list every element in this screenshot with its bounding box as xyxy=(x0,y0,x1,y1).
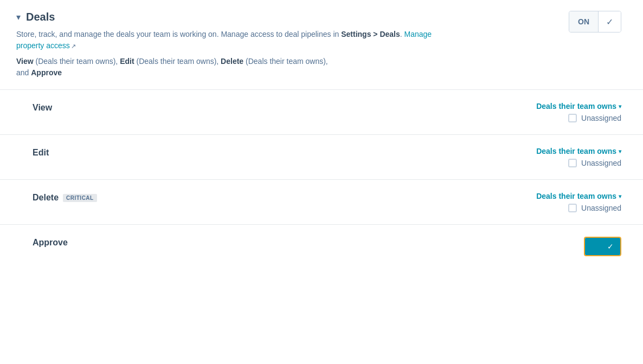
edit-dropdown-text: Deals their team owns xyxy=(536,147,616,155)
delete-dropdown-arrow-icon: ▾ xyxy=(619,193,621,199)
approve-toggle-on-area xyxy=(585,238,601,255)
view-dropdown-arrow-icon: ▾ xyxy=(619,103,621,109)
view-unassigned-checkbox[interactable] xyxy=(568,114,577,122)
approve-toggle-checkmark-icon: ✓ xyxy=(601,238,620,255)
critical-badge: CRITICAL xyxy=(63,194,97,202)
edit-unassigned-checkbox[interactable] xyxy=(568,159,577,167)
edit-dropdown-arrow-icon: ▾ xyxy=(619,148,621,154)
view-paren: (Deals their team owns), xyxy=(34,57,120,66)
chevron-down-icon[interactable]: ▾ xyxy=(16,12,21,22)
edit-unassigned-row: Unassigned xyxy=(568,159,621,167)
on-toggle-button[interactable]: ON ✓ xyxy=(569,11,621,32)
edit-perm-link[interactable]: Edit xyxy=(120,57,134,66)
permissions-summary: View (Deals their team owns), Edit (Deal… xyxy=(16,56,569,79)
delete-unassigned-checkbox[interactable] xyxy=(568,204,577,212)
external-link-icon: ↗ xyxy=(71,43,76,49)
header-left: ▾ Deals Store, track, and manage the dea… xyxy=(16,11,569,79)
delete-permission-row: Delete CRITICAL Deals their team owns ▾ … xyxy=(0,180,643,225)
edit-controls: Deals their team owns ▾ Unassigned xyxy=(513,147,621,167)
description-text: Store, track, and manage the deals your … xyxy=(16,29,461,51)
edit-label: Edit xyxy=(33,147,49,158)
delete-controls: Deals their team owns ▾ Unassigned xyxy=(513,192,621,212)
edit-unassigned-label: Unassigned xyxy=(581,159,621,167)
approve-label: Approve xyxy=(33,237,68,248)
edit-dropdown[interactable]: Deals their team owns ▾ xyxy=(536,147,621,155)
delete-paren: (Deals their team owns), xyxy=(243,57,328,66)
section-title: Deals xyxy=(26,11,55,23)
description-part1: Store, track, and manage the deals your … xyxy=(16,30,341,38)
view-dropdown[interactable]: Deals their team owns ▾ xyxy=(536,102,621,110)
toggle-on-label: ON xyxy=(569,11,599,32)
view-permission-row: View Deals their team owns ▾ Unassigned xyxy=(0,90,643,135)
view-perm-link[interactable]: View xyxy=(16,57,34,66)
description-part2: . xyxy=(400,30,404,38)
delete-perm-link[interactable]: Delete xyxy=(221,57,243,66)
approve-toggle-button[interactable]: ✓ xyxy=(584,237,621,256)
approve-permission-row: Approve ✓ xyxy=(0,225,643,268)
view-label: View xyxy=(33,102,52,113)
approve-perm-link[interactable]: Approve xyxy=(31,68,62,77)
view-unassigned-label: Unassigned xyxy=(581,114,621,122)
delete-label: Delete CRITICAL xyxy=(33,192,97,203)
view-dropdown-text: Deals their team owns xyxy=(536,102,616,110)
view-unassigned-row: Unassigned xyxy=(568,114,621,122)
edit-paren: (Deals their team owns), xyxy=(134,57,221,66)
delete-dropdown-text: Deals their team owns xyxy=(536,192,616,200)
delete-unassigned-row: Unassigned xyxy=(568,204,621,212)
delete-label-text: Delete xyxy=(33,193,59,203)
deals-section: ▾ Deals Store, track, and manage the dea… xyxy=(0,0,643,364)
edit-permission-row: Edit Deals their team owns ▾ Unassigned xyxy=(0,135,643,180)
settings-link-text: Settings > Deals xyxy=(341,30,400,38)
header-section: ▾ Deals Store, track, and manage the dea… xyxy=(0,0,643,90)
approve-controls: ✓ xyxy=(513,237,621,256)
toggle-checkmark-icon: ✓ xyxy=(599,11,621,32)
view-controls: Deals their team owns ▾ Unassigned xyxy=(513,102,621,122)
delete-dropdown[interactable]: Deals their team owns ▾ xyxy=(536,192,621,200)
title-row: ▾ Deals xyxy=(16,11,569,23)
delete-unassigned-label: Unassigned xyxy=(581,204,621,212)
and-text: and xyxy=(16,68,31,77)
